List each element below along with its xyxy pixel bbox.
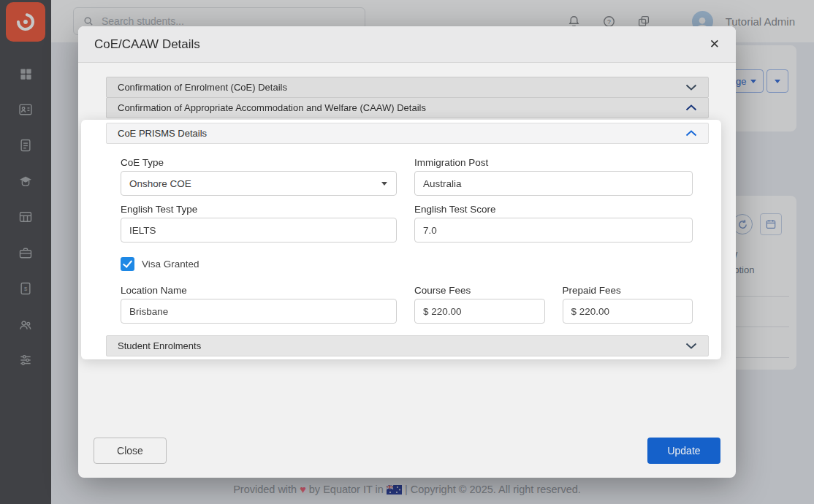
accordion-coe-prisms-details[interactable]: CoE PRISMS Details <box>106 123 709 144</box>
english-test-type-input[interactable] <box>121 218 397 243</box>
immigration-post-field: Immigration Post <box>414 158 693 196</box>
english-test-score-label: English Test Score <box>414 205 693 215</box>
chevron-down-icon <box>685 343 697 349</box>
english-test-score-input[interactable] <box>414 218 693 243</box>
location-name-label: Location Name <box>121 286 397 296</box>
accordion-label: CoE PRISMS Details <box>118 128 207 139</box>
modal-header: CoE/CAAW Details ✕ <box>78 26 736 63</box>
coe-type-field: CoE Type Onshore COE <box>121 158 397 196</box>
immigration-post-input[interactable] <box>414 171 693 196</box>
course-fees-input[interactable] <box>414 299 545 324</box>
tutorial-spotlight: CoE PRISMS Details CoE Type Onshore COE <box>81 120 721 359</box>
location-name-input[interactable] <box>121 299 397 324</box>
modal-footer: Close Update <box>94 438 720 464</box>
accordion-label: Confirmation of Appropriate Accommodatio… <box>118 102 426 113</box>
caret-down-icon <box>381 182 387 186</box>
accordion-label: Student Enrolments <box>118 340 201 351</box>
accordion-caaw-details[interactable]: Confirmation of Appropriate Accommodatio… <box>106 97 709 118</box>
visa-granted-label: Visa Granted <box>142 259 199 270</box>
prepaid-fees-field: Prepaid Fees <box>563 286 693 324</box>
english-test-type-label: English Test Type <box>121 205 397 215</box>
course-fees-label: Course Fees <box>414 286 545 296</box>
visa-granted-checkbox[interactable] <box>121 257 134 271</box>
coe-type-label: CoE Type <box>121 158 397 168</box>
chevron-down-icon <box>685 84 697 91</box>
course-fees-field: Course Fees <box>414 286 545 324</box>
close-icon[interactable]: ✕ <box>710 38 720 50</box>
update-button[interactable]: Update <box>647 438 720 464</box>
prisms-form: CoE Type Onshore COE Immigration Post En… <box>106 144 709 335</box>
prepaid-fees-input[interactable] <box>563 299 693 324</box>
accordion-label: Confirmation of Enrolment (CoE) Details <box>118 82 287 93</box>
immigration-post-label: Immigration Post <box>414 158 693 168</box>
english-test-type-field: English Test Type <box>121 205 397 243</box>
accordion-student-enrolments[interactable]: Student Enrolments <box>106 335 709 356</box>
prepaid-fees-label: Prepaid Fees <box>563 286 693 296</box>
accordion-coe-details[interactable]: Confirmation of Enrolment (CoE) Details <box>106 77 709 98</box>
modal-title: CoE/CAAW Details <box>94 37 200 52</box>
english-test-score-field: English Test Score <box>414 205 693 243</box>
visa-granted-field: Visa Granted <box>121 257 693 271</box>
coe-type-select[interactable]: Onshore COE <box>121 171 397 196</box>
location-name-field: Location Name <box>121 286 397 324</box>
modal-body: Confirmation of Enrolment (CoE) Details … <box>78 63 736 359</box>
close-button[interactable]: Close <box>94 438 167 464</box>
coe-type-value: Onshore COE <box>129 178 191 189</box>
chevron-up-icon <box>685 104 697 111</box>
coe-caaw-details-modal: CoE/CAAW Details ✕ Confirmation of Enrol… <box>78 26 736 478</box>
chevron-up-icon <box>685 130 697 137</box>
